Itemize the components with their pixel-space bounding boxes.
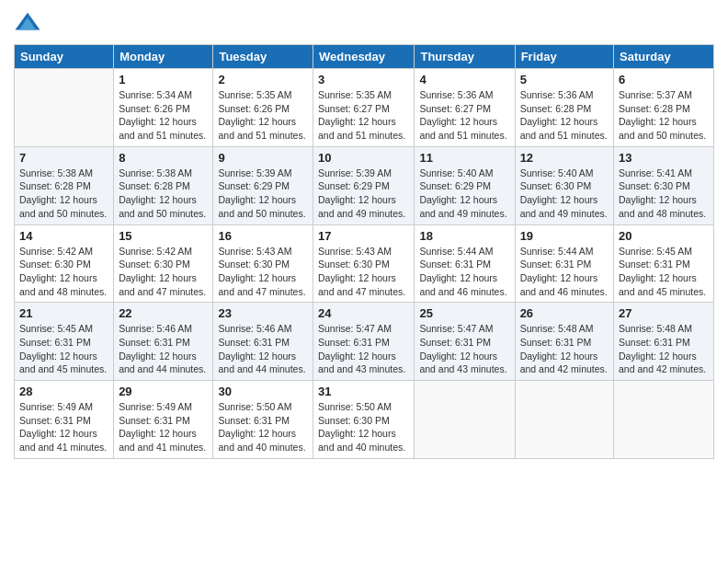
- col-friday: Friday: [515, 45, 613, 69]
- day-number: 8: [119, 151, 208, 165]
- day-info: Sunrise: 5:40 AMSunset: 6:29 PMDaylight:…: [419, 167, 509, 221]
- day-number: 12: [520, 151, 609, 165]
- day-number: 5: [520, 73, 609, 86]
- day-info: Sunrise: 5:43 AMSunset: 6:30 PMDaylight:…: [318, 245, 409, 299]
- day-number: 11: [419, 151, 509, 165]
- day-number: 17: [318, 229, 409, 243]
- col-sunday: Sunday: [15, 45, 114, 69]
- calendar-cell: 22Sunrise: 5:46 AMSunset: 6:31 PMDayligh…: [114, 303, 213, 381]
- calendar-cell: 23Sunrise: 5:46 AMSunset: 6:31 PMDayligh…: [213, 303, 313, 381]
- day-number: 7: [19, 151, 108, 165]
- day-info: Sunrise: 5:47 AMSunset: 6:31 PMDaylight:…: [318, 322, 409, 376]
- calendar-cell: 16Sunrise: 5:43 AMSunset: 6:30 PMDayligh…: [213, 224, 313, 303]
- day-info: Sunrise: 5:34 AMSunset: 6:26 PMDaylight:…: [119, 88, 208, 143]
- day-info: Sunrise: 5:45 AMSunset: 6:31 PMDaylight:…: [19, 322, 108, 376]
- calendar-week-row: 7Sunrise: 5:38 AMSunset: 6:28 PMDaylight…: [15, 146, 714, 224]
- calendar-week-row: 21Sunrise: 5:45 AMSunset: 6:31 PMDayligh…: [15, 303, 714, 381]
- day-info: Sunrise: 5:39 AMSunset: 6:29 PMDaylight:…: [318, 167, 409, 221]
- calendar-cell: 19Sunrise: 5:44 AMSunset: 6:31 PMDayligh…: [515, 224, 613, 303]
- calendar-week-row: 28Sunrise: 5:49 AMSunset: 6:31 PMDayligh…: [15, 381, 714, 459]
- calendar-cell: 21Sunrise: 5:45 AMSunset: 6:31 PMDayligh…: [15, 303, 114, 381]
- calendar-cell: 12Sunrise: 5:40 AMSunset: 6:30 PMDayligh…: [515, 146, 613, 224]
- day-info: Sunrise: 5:36 AMSunset: 6:28 PMDaylight:…: [520, 88, 609, 143]
- day-number: 1: [119, 73, 208, 86]
- calendar-cell: 28Sunrise: 5:49 AMSunset: 6:31 PMDayligh…: [15, 381, 114, 459]
- calendar-cell: 5Sunrise: 5:36 AMSunset: 6:28 PMDaylight…: [515, 69, 613, 147]
- day-info: Sunrise: 5:35 AMSunset: 6:26 PMDaylight:…: [218, 88, 308, 143]
- calendar-cell: 31Sunrise: 5:50 AMSunset: 6:30 PMDayligh…: [313, 381, 415, 459]
- day-info: Sunrise: 5:47 AMSunset: 6:31 PMDaylight:…: [419, 322, 509, 376]
- col-wednesday: Wednesday: [313, 45, 415, 69]
- day-number: 29: [119, 385, 208, 398]
- calendar-cell: 26Sunrise: 5:48 AMSunset: 6:31 PMDayligh…: [515, 303, 613, 381]
- calendar-cell: [415, 381, 515, 459]
- day-number: 21: [19, 306, 108, 320]
- day-number: 4: [419, 73, 509, 86]
- day-number: 30: [218, 385, 308, 398]
- calendar-cell: 1Sunrise: 5:34 AMSunset: 6:26 PMDaylight…: [114, 69, 213, 147]
- day-number: 27: [619, 306, 709, 320]
- calendar-cell: 11Sunrise: 5:40 AMSunset: 6:29 PMDayligh…: [415, 146, 515, 224]
- day-info: Sunrise: 5:43 AMSunset: 6:30 PMDaylight:…: [218, 245, 308, 299]
- calendar-cell: 2Sunrise: 5:35 AMSunset: 6:26 PMDaylight…: [213, 69, 313, 147]
- calendar-cell: 17Sunrise: 5:43 AMSunset: 6:30 PMDayligh…: [313, 224, 415, 303]
- day-number: 9: [218, 151, 308, 165]
- calendar-cell: 25Sunrise: 5:47 AMSunset: 6:31 PMDayligh…: [415, 303, 515, 381]
- day-info: Sunrise: 5:37 AMSunset: 6:28 PMDaylight:…: [619, 88, 709, 143]
- calendar-table: Sunday Monday Tuesday Wednesday Thursday…: [14, 44, 714, 459]
- day-info: Sunrise: 5:42 AMSunset: 6:30 PMDaylight:…: [119, 245, 208, 299]
- day-info: Sunrise: 5:38 AMSunset: 6:28 PMDaylight:…: [19, 167, 108, 221]
- day-number: 3: [318, 73, 409, 86]
- calendar-cell: 14Sunrise: 5:42 AMSunset: 6:30 PMDayligh…: [15, 224, 114, 303]
- day-info: Sunrise: 5:44 AMSunset: 6:31 PMDaylight:…: [520, 245, 609, 299]
- calendar-cell: 20Sunrise: 5:45 AMSunset: 6:31 PMDayligh…: [614, 224, 714, 303]
- calendar-cell: 18Sunrise: 5:44 AMSunset: 6:31 PMDayligh…: [415, 224, 515, 303]
- calendar-cell: 10Sunrise: 5:39 AMSunset: 6:29 PMDayligh…: [313, 146, 415, 224]
- day-number: 14: [19, 229, 108, 243]
- day-number: 24: [318, 306, 409, 320]
- calendar-cell: 9Sunrise: 5:39 AMSunset: 6:29 PMDaylight…: [213, 146, 313, 224]
- day-info: Sunrise: 5:50 AMSunset: 6:31 PMDaylight:…: [218, 400, 308, 454]
- day-info: Sunrise: 5:36 AMSunset: 6:27 PMDaylight:…: [419, 88, 509, 143]
- day-number: 16: [218, 229, 308, 243]
- calendar-cell: 3Sunrise: 5:35 AMSunset: 6:27 PMDaylight…: [313, 69, 415, 147]
- calendar-cell: [614, 381, 714, 459]
- day-info: Sunrise: 5:48 AMSunset: 6:31 PMDaylight:…: [619, 322, 709, 376]
- day-info: Sunrise: 5:46 AMSunset: 6:31 PMDaylight:…: [119, 322, 208, 376]
- day-info: Sunrise: 5:48 AMSunset: 6:31 PMDaylight:…: [520, 322, 609, 376]
- day-number: 13: [619, 151, 709, 165]
- col-thursday: Thursday: [415, 45, 515, 69]
- day-number: 26: [520, 306, 609, 320]
- calendar-cell: 4Sunrise: 5:36 AMSunset: 6:27 PMDaylight…: [415, 69, 515, 147]
- calendar-cell: 8Sunrise: 5:38 AMSunset: 6:28 PMDaylight…: [114, 146, 213, 224]
- calendar-cell: [15, 69, 114, 147]
- day-number: 20: [619, 229, 709, 243]
- calendar-cell: 6Sunrise: 5:37 AMSunset: 6:28 PMDaylight…: [614, 69, 714, 147]
- calendar-cell: 7Sunrise: 5:38 AMSunset: 6:28 PMDaylight…: [15, 146, 114, 224]
- day-number: 10: [318, 151, 409, 165]
- col-tuesday: Tuesday: [213, 45, 313, 69]
- logo: [14, 9, 45, 37]
- day-number: 31: [318, 385, 409, 398]
- logo-icon: [14, 9, 41, 37]
- day-number: 28: [19, 385, 108, 398]
- day-number: 23: [218, 306, 308, 320]
- calendar-cell: 13Sunrise: 5:41 AMSunset: 6:30 PMDayligh…: [614, 146, 714, 224]
- day-info: Sunrise: 5:46 AMSunset: 6:31 PMDaylight:…: [218, 322, 308, 376]
- col-monday: Monday: [114, 45, 213, 69]
- day-info: Sunrise: 5:49 AMSunset: 6:31 PMDaylight:…: [19, 400, 108, 454]
- calendar-cell: 24Sunrise: 5:47 AMSunset: 6:31 PMDayligh…: [313, 303, 415, 381]
- day-info: Sunrise: 5:50 AMSunset: 6:30 PMDaylight:…: [318, 400, 409, 454]
- day-info: Sunrise: 5:38 AMSunset: 6:28 PMDaylight:…: [119, 167, 208, 221]
- day-info: Sunrise: 5:49 AMSunset: 6:31 PMDaylight:…: [119, 400, 208, 454]
- day-info: Sunrise: 5:40 AMSunset: 6:30 PMDaylight:…: [520, 167, 609, 221]
- day-info: Sunrise: 5:39 AMSunset: 6:29 PMDaylight:…: [218, 167, 308, 221]
- day-info: Sunrise: 5:41 AMSunset: 6:30 PMDaylight:…: [619, 167, 709, 221]
- day-number: 18: [419, 229, 509, 243]
- calendar-cell: [515, 381, 613, 459]
- day-number: 15: [119, 229, 208, 243]
- day-info: Sunrise: 5:35 AMSunset: 6:27 PMDaylight:…: [318, 88, 409, 143]
- day-number: 19: [520, 229, 609, 243]
- calendar-week-row: 14Sunrise: 5:42 AMSunset: 6:30 PMDayligh…: [15, 224, 714, 303]
- calendar-cell: 29Sunrise: 5:49 AMSunset: 6:31 PMDayligh…: [114, 381, 213, 459]
